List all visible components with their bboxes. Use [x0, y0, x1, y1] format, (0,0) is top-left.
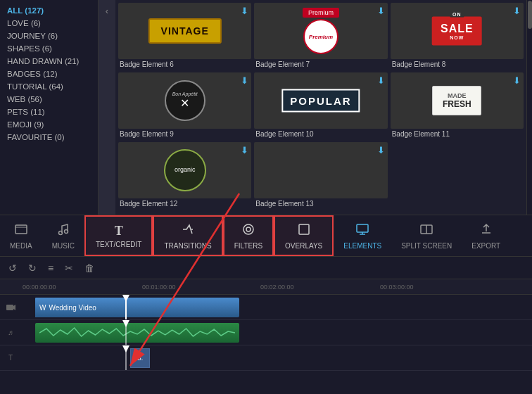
toolbar-elements[interactable]: ELEMENTS	[334, 215, 391, 256]
badge-bon-appetit: Bon Appétit ✕	[165, 80, 205, 121]
toolbar-overlays[interactable]: OVERLAYS	[274, 215, 334, 256]
overlays-label: OVERLAYS	[285, 242, 322, 250]
svg-rect-0	[15, 225, 27, 234]
elements-label: ELEMENTS	[343, 242, 381, 250]
badge-sale: ON SALE NOW	[432, 17, 482, 46]
redo-button[interactable]: ↻	[25, 261, 39, 275]
sidebar-item-tutorial[interactable]: TUTORIAL (64)	[0, 80, 98, 93]
svg-rect-6	[357, 224, 368, 232]
thumbnail-7: ⬇ Premium Premium	[254, 3, 387, 59]
sidebar-item-badges[interactable]: BADGES (12)	[0, 68, 98, 80]
filters-icon	[241, 222, 255, 240]
download-icon[interactable]: ⬇	[377, 75, 385, 86]
download-icon[interactable]: ⬇	[377, 145, 385, 155]
badge-vintage: VINTAGE	[148, 18, 222, 44]
thumbnail-9: ⬇ Bon Appétit ✕	[118, 72, 251, 129]
track-button[interactable]: ≡	[45, 261, 56, 275]
sidebar-item-love[interactable]: LOVE (6)	[0, 17, 98, 30]
badge-premium: Premium Premium	[303, 8, 339, 54]
item-label: Badge Element 13	[254, 198, 387, 209]
media-icon	[14, 222, 28, 240]
item-label: Badge Element 9	[118, 129, 251, 139]
toolbar: MEDIA MUSIC T TEXT/CREDIT TRANSITIONS FI…	[0, 215, 532, 257]
undo-button[interactable]: ↺	[6, 261, 20, 275]
sidebar-item-pets[interactable]: PETS (11)	[0, 106, 98, 118]
thumbnail-8: ⬇ ON SALE NOW	[391, 3, 524, 59]
toolbar-text-credit[interactable]: T TEXT/CREDIT	[84, 215, 153, 256]
track-icon-video	[0, 303, 21, 312]
list-item[interactable]: ⬇ organic Badge Element 12	[118, 142, 251, 209]
thumbnail-10: ⬇ POPULAR	[254, 72, 387, 129]
filters-label: FILTERS	[234, 242, 262, 250]
overlay-track: T B.	[0, 345, 532, 371]
transitions-icon	[181, 222, 195, 240]
time-mark-0: 00:00:00:00	[23, 284, 56, 291]
sidebar-item-web[interactable]: WEB (56)	[0, 93, 98, 106]
clip-label: Wedding Video	[49, 304, 96, 312]
export-label: EXPORT	[471, 242, 500, 250]
toolbar-music[interactable]: MUSIC	[42, 215, 84, 256]
download-icon[interactable]: ⬇	[241, 75, 248, 86]
toolbar-split-screen[interactable]: SPLIT SCREEN	[391, 215, 462, 256]
sidebar-item-all[interactable]: ALL (127)	[0, 4, 98, 17]
small-clip-label: B.	[137, 355, 144, 362]
svg-rect-9	[6, 305, 13, 310]
text-icon: T	[115, 224, 123, 239]
sidebar-item-favourite[interactable]: FAVOURITE (0)	[0, 131, 98, 144]
sidebar-item-emoji[interactable]: EMOJI (9)	[0, 118, 98, 131]
item-label: Badge Element 12	[118, 198, 251, 209]
download-icon[interactable]: ⬇	[241, 145, 248, 155]
download-icon[interactable]: ⬇	[513, 75, 521, 86]
main-content-area: ALL (127) LOVE (6) JOURNEY (6) SHAPES (6…	[0, 0, 532, 215]
thumbnail-12: ⬇ organic	[118, 142, 251, 198]
list-item[interactable]: ⬇ Premium Premium Badge Element 7	[254, 3, 387, 70]
download-icon[interactable]: ⬇	[513, 6, 521, 16]
svg-point-2	[64, 229, 68, 233]
list-item[interactable]: ⬇ VINTAGE Badge Element 6	[118, 3, 251, 70]
clip-content: W Wedding Video	[35, 304, 101, 312]
list-item[interactable]: ⬇ POPULAR Badge Element 10	[254, 72, 387, 139]
time-mark-1: 00:01:00:00	[142, 284, 176, 291]
sidebar-item-hand-drawn[interactable]: HAND DRAWN (21)	[0, 55, 98, 68]
main-video-clip[interactable]: W Wedding Video	[35, 298, 239, 317]
item-label: Badge Element 6	[118, 59, 251, 70]
sidebar-collapse-button[interactable]: ‹	[99, 0, 115, 215]
playhead-audio	[125, 320, 127, 345]
timeline-content: 00:00:00:00 00:01:00:00 00:02:00:00 00:0…	[0, 279, 532, 394]
list-item[interactable]: ⬇ Badge Element 13	[254, 142, 387, 209]
svg-point-1	[58, 231, 62, 234]
list-item[interactable]: ⬇ ON SALE NOW Badge Element 8	[391, 3, 524, 70]
scrollbar-track[interactable]	[526, 0, 532, 215]
track-icon-audio: ♬	[0, 329, 21, 336]
elements-icon	[355, 222, 369, 240]
track-icon-overlay: T	[0, 354, 21, 362]
item-label: Badge Element 7	[254, 59, 387, 70]
download-icon[interactable]: ⬇	[377, 6, 385, 16]
time-ruler: 00:00:00:00 00:01:00:00 00:02:00:00 00:0…	[0, 279, 532, 295]
transitions-label: TRANSITIONS	[164, 242, 211, 250]
overlays-icon	[297, 222, 311, 240]
svg-rect-5	[299, 224, 309, 234]
music-label: MUSIC	[52, 242, 75, 250]
badge-popular: POPULAR	[281, 89, 360, 113]
sidebar-item-shapes[interactable]: SHAPES (6)	[0, 42, 98, 55]
item-label: Badge Element 10	[254, 129, 387, 139]
delete-button[interactable]: 🗑	[82, 261, 97, 275]
sidebar-item-journey[interactable]: JOURNEY (6)	[0, 30, 98, 42]
audio-clip[interactable]	[35, 323, 239, 343]
toolbar-media[interactable]: MEDIA	[0, 215, 42, 256]
small-clip[interactable]: B.	[130, 348, 150, 368]
cut-button[interactable]: ✂	[62, 261, 76, 275]
timeline-controls: ↺ ↻ ≡ ✂ 🗑	[0, 257, 532, 279]
badge-made-fresh: MADE FRESH	[432, 86, 481, 115]
list-item[interactable]: ⬇ MADE FRESH Badge Element 11	[391, 72, 524, 139]
toolbar-filters[interactable]: FILTERS	[223, 215, 274, 256]
toolbar-export[interactable]: EXPORT	[462, 215, 510, 256]
playhead[interactable]	[125, 295, 127, 319]
scrollbar-thumb[interactable]	[528, 1, 532, 29]
split-screen-icon	[419, 222, 433, 240]
list-item[interactable]: ⬇ Bon Appétit ✕ Badge Element 9	[118, 72, 251, 139]
ruler-labels: 00:00:00:00 00:01:00:00 00:02:00:00 00:0…	[21, 279, 532, 294]
toolbar-transitions[interactable]: TRANSITIONS	[153, 215, 222, 256]
download-icon[interactable]: ⬇	[241, 6, 248, 16]
